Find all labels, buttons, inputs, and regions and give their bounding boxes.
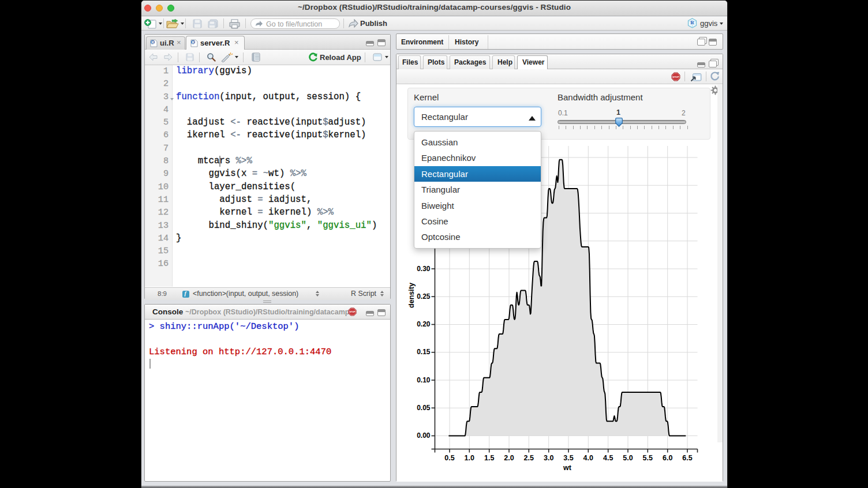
- svg-text:6.0: 6.0: [663, 454, 672, 462]
- svg-text:0.05: 0.05: [417, 404, 431, 412]
- svg-text:0.00: 0.00: [417, 431, 431, 440]
- svg-text:1.5: 1.5: [484, 454, 494, 462]
- svg-text:STOP: STOP: [673, 76, 679, 78]
- svg-text:0.10: 0.10: [417, 376, 431, 384]
- svg-text:0.20: 0.20: [417, 320, 431, 328]
- svg-text:density: density: [407, 283, 416, 308]
- svg-text:3.0: 3.0: [544, 454, 553, 462]
- svg-text:1.0: 1.0: [465, 454, 474, 462]
- svg-text:wt: wt: [563, 464, 572, 472]
- svg-text:0.30: 0.30: [417, 265, 431, 273]
- svg-text:R: R: [690, 20, 694, 25]
- svg-text:R: R: [151, 40, 154, 44]
- svg-text:5.0: 5.0: [623, 454, 633, 462]
- svg-text:5.5: 5.5: [643, 454, 653, 462]
- svg-text:4.0: 4.0: [583, 454, 593, 462]
- svg-text:R: R: [192, 40, 194, 44]
- svg-text:2.5: 2.5: [524, 454, 534, 462]
- svg-text:0.25: 0.25: [417, 292, 431, 301]
- svg-text:2.0: 2.0: [504, 454, 514, 462]
- svg-text:0.15: 0.15: [417, 348, 431, 356]
- svg-text:STOP: STOP: [349, 311, 356, 313]
- svg-text:0.5: 0.5: [444, 454, 454, 462]
- svg-text:3.5: 3.5: [563, 454, 573, 462]
- svg-text:4.5: 4.5: [603, 454, 613, 462]
- svg-text:6.5: 6.5: [682, 454, 692, 462]
